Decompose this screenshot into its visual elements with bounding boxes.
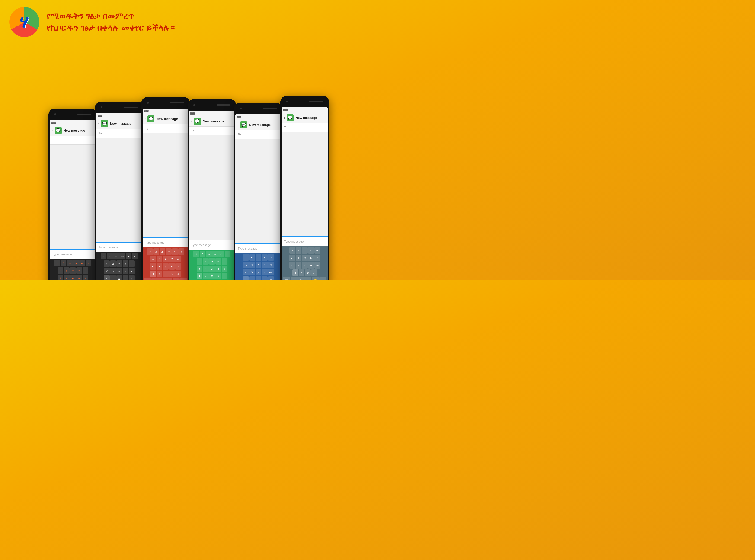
kb-key[interactable]: ቦ <box>256 254 261 261</box>
kb-key[interactable]: ከ <box>308 255 314 261</box>
kb-key[interactable]: ጣ <box>314 255 320 261</box>
kb-key[interactable]: ዳ <box>302 255 308 261</box>
kb-key[interactable]: ኅ <box>123 275 128 280</box>
to-field-5[interactable]: To <box>235 130 281 139</box>
kb-key[interactable]: ቀ <box>116 260 122 267</box>
message-area-4[interactable] <box>189 135 235 240</box>
back-arrow-2[interactable]: ‹ <box>98 121 99 126</box>
type-bar-2[interactable]: Type message <box>96 242 142 252</box>
kb-key[interactable]: ጣ <box>268 262 274 268</box>
kb-key[interactable]: ሰ <box>58 267 63 274</box>
kb-key[interactable]: ወ <box>157 263 162 270</box>
kb-key[interactable]: ዐ <box>116 268 122 274</box>
type-bar-1[interactable]: Type message <box>50 249 96 259</box>
kb-key-amharic[interactable]: ሃ/ሁ <box>152 278 172 280</box>
kb-key[interactable]: ዘ <box>169 263 175 270</box>
kb-key[interactable]: ሰ <box>104 260 110 267</box>
kb-key-keyboard[interactable]: ⌨ <box>283 277 290 280</box>
kb-key[interactable]: ኝ <box>296 262 301 268</box>
kb-key[interactable]: ሠ <box>218 251 224 257</box>
kb-key[interactable]: ቐ <box>215 258 221 265</box>
kb-key-shift[interactable]: ⬆ <box>197 273 202 279</box>
message-area-5[interactable] <box>235 139 281 243</box>
type-bar-6[interactable]: Type message <box>282 236 327 246</box>
message-area-2[interactable] <box>96 138 142 242</box>
kb-key[interactable]: የ <box>129 268 135 274</box>
kb-key[interactable]: ዘ <box>215 265 221 272</box>
kb-key[interactable]: መ <box>268 254 274 261</box>
kb-key[interactable]: ቸ <box>104 268 110 274</box>
type-bar-4[interactable]: Type message <box>189 240 235 249</box>
kb-key[interactable]: ፡ <box>203 273 209 279</box>
kb-key[interactable]: ኝ <box>249 269 255 276</box>
kb-key[interactable]: ሐ <box>67 260 73 266</box>
kb-key[interactable]: ረ <box>85 260 91 266</box>
kb-key[interactable]: ዐ <box>175 271 181 277</box>
kb-key[interactable]: ፈ <box>290 262 295 268</box>
kb-key[interactable]: ለ <box>107 253 113 259</box>
kb-key[interactable]: ዐ <box>163 263 168 270</box>
kb-key-enter[interactable]: ↵ <box>180 278 187 280</box>
kb-key[interactable]: ቐ <box>169 256 175 262</box>
kb-key[interactable]: ሐ <box>311 269 317 276</box>
back-arrow-1[interactable]: ‹ <box>52 128 53 133</box>
kb-key-shift[interactable]: ⬆ <box>292 269 298 276</box>
kb-key[interactable]: ለ <box>61 260 66 266</box>
kb-key[interactable]: ዐ <box>256 276 261 280</box>
back-arrow-4[interactable]: ‹ <box>191 119 192 123</box>
kb-key-enter[interactable]: ↵ <box>319 277 326 280</box>
kb-key[interactable]: መ <box>119 253 125 259</box>
kb-key[interactable]: ዘ <box>123 268 128 274</box>
kb-key[interactable]: ጀ <box>302 262 308 268</box>
to-field-2[interactable]: To <box>96 129 142 138</box>
kb-key-shift[interactable]: ⬆ <box>150 271 156 277</box>
kb-key[interactable]: ቸ <box>58 275 63 280</box>
kb-key[interactable]: ነ <box>243 254 249 261</box>
kb-key[interactable]: የ <box>222 265 227 272</box>
kb-key[interactable]: ዐ <box>209 265 215 272</box>
kb-key[interactable]: ዐ <box>222 273 227 279</box>
kb-key[interactable]: ፈ <box>243 269 249 276</box>
kb-key[interactable]: ለ <box>153 248 159 255</box>
kb-key[interactable]: ጬ <box>268 269 274 276</box>
kb-key[interactable]: ሐ <box>160 248 165 255</box>
kb-key[interactable]: ፼ <box>116 275 122 280</box>
kb-key[interactable]: ፡ <box>249 276 255 280</box>
kb-key[interactable]: ቦ <box>302 247 308 254</box>
kb-key[interactable]: ቦ <box>222 258 227 265</box>
kb-key[interactable]: የ <box>82 275 88 280</box>
kb-key[interactable]: ሀ <box>147 248 153 255</box>
kb-key[interactable]: ጠ <box>290 255 295 261</box>
kb-key[interactable]: ዐ <box>129 275 135 280</box>
kb-key[interactable]: ዐ <box>305 269 311 276</box>
kb-key[interactable]: ተ <box>296 247 301 254</box>
kb-key[interactable]: ኅ <box>169 271 175 277</box>
kb-key[interactable]: ን <box>296 255 301 261</box>
kb-key[interactable]: ጠ <box>243 262 249 268</box>
kb-key[interactable]: ጬ <box>314 262 320 268</box>
back-arrow-5[interactable]: ‹ <box>237 123 238 127</box>
kb-key[interactable]: ቸ <box>197 265 202 272</box>
kb-key[interactable]: ቐ <box>76 267 82 274</box>
kb-key[interactable]: ረ <box>225 251 231 257</box>
kb-key[interactable]: ወ <box>64 275 69 280</box>
kb-key[interactable]: ን <box>249 262 255 268</box>
kb-key[interactable]: ቸ <box>150 263 156 270</box>
kb-key[interactable]: የ <box>262 254 267 261</box>
kb-key[interactable]: ሐ <box>113 253 119 259</box>
kb-key[interactable]: ቦ <box>82 267 88 274</box>
kb-key-emoji[interactable]: 😊 <box>312 277 319 280</box>
kb-key[interactable]: ጀ <box>256 269 261 276</box>
kb-key[interactable]: ረ <box>132 253 138 259</box>
kb-key[interactable]: ፼ <box>163 271 168 277</box>
kb-key[interactable]: ሸ <box>262 269 267 276</box>
kb-key[interactable]: ከ <box>262 262 267 268</box>
kb-key[interactable]: ፡ <box>299 269 304 276</box>
kb-key[interactable]: ኅ <box>215 273 221 279</box>
kb-key[interactable]: መ <box>212 251 218 257</box>
message-area-3[interactable] <box>143 133 188 237</box>
type-bar-3[interactable]: Type message <box>143 237 188 247</box>
kb-key[interactable]: ዐ <box>70 275 76 280</box>
kb-key[interactable]: ሐ <box>262 276 267 280</box>
kb-key-shift[interactable]: ⬆ <box>243 276 249 280</box>
